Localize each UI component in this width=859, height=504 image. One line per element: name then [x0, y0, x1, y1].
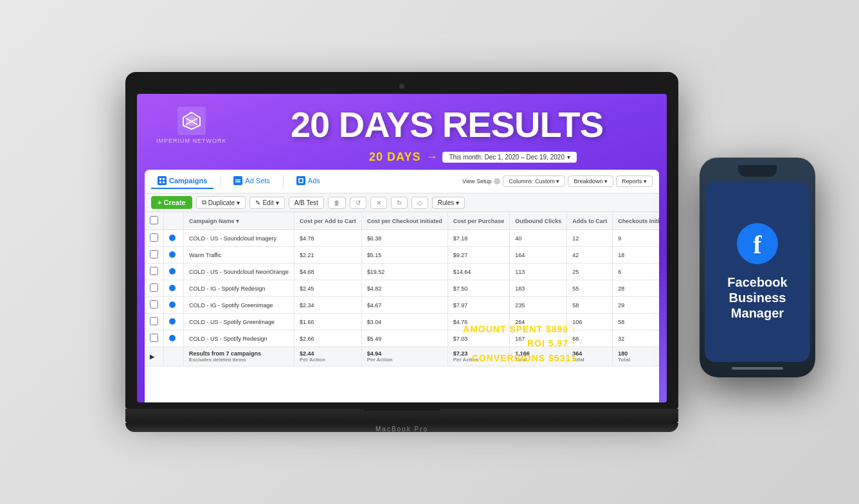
tab-campaigns[interactable]: Campaigns: [151, 174, 213, 189]
row-checkbox-2[interactable]: [150, 267, 158, 275]
stat-roi: ROI 5.97 ↑: [176, 336, 577, 350]
row-name-2[interactable]: COLD - US - Soundcloud NeonOrange: [184, 264, 294, 280]
arrow-right: →: [426, 150, 437, 164]
th-checkbox: [145, 212, 164, 230]
row-adds-1: 42: [567, 247, 613, 264]
tab-ads-label: Ads: [308, 177, 320, 184]
btn-view-setup[interactable]: View Setup: [462, 178, 491, 184]
adsets-icon: [233, 176, 242, 185]
phone-outer: f Facebook Business Manager: [700, 158, 815, 377]
svg-marker-1: [186, 115, 197, 127]
row-name-3[interactable]: COLD - IG - Spotify Redesign: [184, 280, 294, 297]
tab-campaigns-label: Campaigns: [169, 177, 207, 184]
row-cost-add-1: $2.21: [294, 247, 362, 264]
row-checkbox-6[interactable]: [150, 334, 158, 342]
table-container: Campaigns Ad Sets: [145, 170, 659, 402]
svg-rect-4: [159, 178, 161, 180]
btn-undo[interactable]: ↺: [350, 197, 366, 209]
campaigns-icon: [158, 176, 167, 185]
row-dot-0: [164, 230, 184, 247]
fb-f-letter: f: [753, 232, 761, 258]
phone-home-indicator: [732, 367, 783, 370]
row-dot-1: [164, 247, 184, 264]
row-checkbox-3[interactable]: [150, 284, 158, 292]
row-adds-2: 25: [567, 264, 613, 280]
row-checkbox-cell: [145, 264, 164, 280]
fb-actions: View Setup Columns: Custom ▾ Breakdown ▾…: [462, 176, 653, 187]
fb-tab-bar: Campaigns Ad Sets: [145, 170, 659, 194]
laptop-screen: IMPERIUM NETWORK 20 DAYS RESULTS 20 DAYS…: [137, 94, 667, 402]
btn-ab-test[interactable]: A/B Test: [289, 197, 324, 209]
row-dot-3: [164, 280, 184, 297]
footer-expand[interactable]: ▶: [145, 347, 164, 366]
duplicate-label: Duplicate: [208, 199, 235, 206]
tab-adsets[interactable]: Ad Sets: [227, 174, 276, 189]
row-checkouts-5: 58: [613, 314, 659, 330]
laptop: IMPERIUM NETWORK 20 DAYS RESULTS 20 DAYS…: [125, 72, 678, 432]
edit-label: Edit: [262, 199, 273, 206]
row-checkbox-cell: [145, 247, 164, 264]
laptop-brand-text: MacBook Pro: [375, 426, 428, 433]
row-outbound-2: 113: [510, 264, 567, 280]
btn-reports[interactable]: Reports ▾: [616, 176, 653, 187]
fb-brand-line3: Manager: [731, 306, 784, 320]
row-dot-4: [164, 297, 184, 314]
row-checkouts-2: 6: [613, 264, 659, 280]
th-checkouts: Checkouts Initiated: [613, 212, 659, 230]
btn-delete2[interactable]: ✕: [370, 197, 387, 209]
row-name-4[interactable]: COLD - IG - Spotify GreenImage: [184, 297, 294, 314]
svg-rect-8: [235, 179, 240, 181]
stat-conversions: CONVERSIONS $5311: [176, 351, 577, 365]
th-cost-checkout: Cost per Checkout Initiated: [361, 212, 448, 230]
headline: 20 DAYS RESULTS: [233, 104, 660, 145]
row-name-0[interactable]: COLD - US - Soundcloud Imagery: [184, 230, 294, 247]
row-checkbox-cell: [145, 297, 164, 314]
phone-screen: f Facebook Business Manager: [705, 182, 810, 362]
fb-brand-line2: Business: [729, 291, 786, 305]
logo-icon: [177, 107, 206, 135]
date-chevron: ▾: [567, 154, 570, 161]
btn-rules[interactable]: Rules ▾: [432, 197, 465, 209]
th-cost-purchase: Cost per Purchase: [448, 212, 510, 230]
row-checkbox-cell: [145, 314, 164, 330]
fb-logo-circle: f: [737, 223, 778, 264]
scene: IMPERIUM NETWORK 20 DAYS RESULTS 20 DAYS…: [0, 0, 859, 504]
row-checkbox-5[interactable]: [150, 317, 158, 325]
svg-rect-7: [163, 181, 165, 183]
row-cost-add-4: $2.34: [294, 297, 362, 314]
row-cost-checkout-3: $4.82: [361, 280, 448, 297]
tab-sep-1: [220, 175, 221, 188]
row-checkouts-4: 29: [613, 297, 659, 314]
btn-duplicate[interactable]: ⧉ Duplicate ▾: [196, 196, 246, 209]
btn-delete[interactable]: 🗑: [328, 197, 346, 209]
row-outbound-0: 40: [510, 230, 567, 247]
row-cost-add-0: $4.78: [294, 230, 362, 247]
row-checkbox-4[interactable]: [150, 300, 158, 309]
btn-edit[interactable]: ✎ Edit ▾: [249, 197, 284, 209]
row-cost-purchase-1: $9.27: [448, 247, 510, 264]
btn-refresh[interactable]: ↻: [391, 197, 408, 209]
row-name-1[interactable]: Warm Traffic: [184, 247, 294, 264]
select-all-checkbox[interactable]: [150, 216, 158, 224]
svg-rect-9: [235, 181, 240, 183]
row-adds-3: 55: [567, 280, 613, 297]
date-pill: This month: Dec 1, 2020 – Dec 19, 2020 ▾: [442, 152, 577, 163]
tab-ads[interactable]: Ads: [290, 174, 327, 189]
action-toolbar: + Create ⧉ Duplicate ▾ ✎ Edit ▾: [145, 194, 659, 212]
row-checkbox-cell: [145, 230, 164, 247]
row-dot-2: [164, 264, 184, 280]
btn-create[interactable]: + Create: [151, 196, 192, 209]
footer-checkouts: 180Total: [613, 347, 659, 366]
row-cost-checkout-2: $19.52: [361, 264, 448, 280]
row-outbound-4: 235: [510, 297, 567, 314]
row-checkouts-6: 32: [613, 330, 659, 347]
stats-overlay: AMOUNT SPENT $899 ↑ ROI 5.97 ↑ CONVERSIO…: [176, 322, 577, 365]
btn-columns[interactable]: Columns: Custom ▾: [503, 176, 565, 187]
btn-breakdown[interactable]: Breakdown ▾: [568, 176, 613, 187]
row-checkbox-0[interactable]: [150, 233, 158, 242]
dot-toggle[interactable]: [494, 178, 500, 184]
th-adds-cart: Adds to Cart: [567, 212, 613, 230]
days-badge: 20 DAYS: [369, 150, 420, 164]
row-checkbox-1[interactable]: [150, 250, 158, 258]
btn-more[interactable]: ◇: [411, 197, 428, 209]
